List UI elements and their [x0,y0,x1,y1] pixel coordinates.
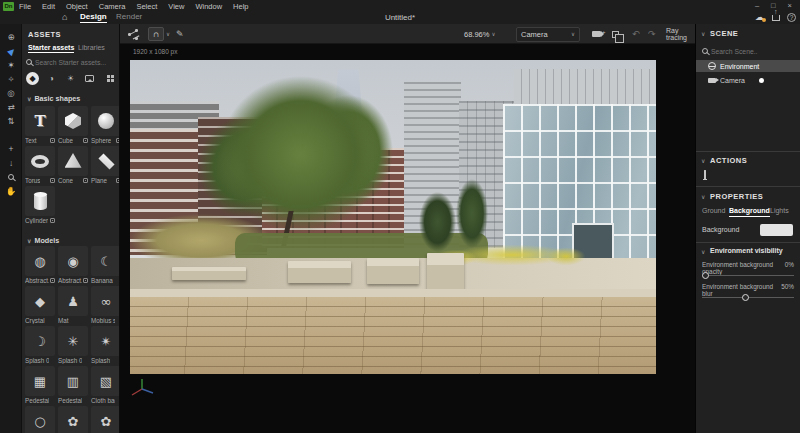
undo-button[interactable]: ↶ [632,27,640,41]
down-tool[interactable]: ↓ [0,156,22,169]
slider-track[interactable] [702,275,794,276]
grid-view-icon[interactable] [104,72,117,85]
tab-design[interactable]: Design [80,12,107,23]
menu-select[interactable]: Select [136,2,157,11]
menu-view[interactable]: View [168,2,184,11]
cloud-sync-button[interactable]: ☁ [755,12,764,22]
sample-tool[interactable]: ✧ [0,72,22,85]
zoom-tool[interactable] [0,170,22,183]
asset-tile-splash[interactable]: ✴ Splash [91,326,120,365]
tab-background[interactable]: Background [729,207,770,217]
canvas-3d-scene[interactable] [130,60,656,374]
env-bg-blur-slider[interactable] [702,293,794,301]
asset-tile-text[interactable]: T Text [25,106,55,145]
magic-wand-tool[interactable]: ✶ [0,58,22,71]
menu-file[interactable]: File [19,2,31,11]
node-link-icon[interactable] [128,27,138,41]
help-icon[interactable]: ? [787,13,796,22]
set-environment-action[interactable] [704,171,706,180]
asset-tile-sphere[interactable]: Sphere [91,106,120,145]
add-camera-bookmark-button[interactable]: + [592,27,606,41]
pan-camera-tool[interactable]: ⇄ [0,100,22,113]
tile-label: Sphere [91,137,111,144]
section-basic-shapes[interactable]: ∨Basic shapes [27,94,80,103]
asset-tile-cube[interactable]: Cube [58,106,88,145]
tab-ground[interactable]: Ground [702,207,725,216]
menu-camera[interactable]: Camera [99,2,126,11]
chevron-down-icon[interactable]: ∨ [701,248,705,255]
asset-tile-splash06[interactable]: ☽ Splash 06 [25,326,55,365]
select-tool[interactable]: ▶ [0,44,22,57]
hand-tool[interactable]: ✋ [0,184,22,197]
section-models[interactable]: ∨Models [27,236,59,245]
photo-bench [288,261,351,283]
asset-tile-plane[interactable]: Plane [91,146,120,185]
hand-icon: ✋ [6,186,17,196]
assets-search-input[interactable] [35,59,107,66]
asset-tile-cone[interactable]: Cone [58,146,88,185]
asset-tile-pedestal[interactable]: ▥ Pedestal a... [58,366,88,405]
asset-tile-cloth[interactable]: ▧ Cloth back... [91,366,120,405]
images-filter-icon[interactable] [83,72,96,85]
home-icon[interactable]: ⌂ [62,12,67,22]
scene-item-environment[interactable]: Environment [696,60,800,72]
tab-lights[interactable]: Lights [770,207,789,216]
asset-tile-torus[interactable]: Torus [25,146,55,185]
asset-tile-banana[interactable]: ☾ Banana [91,246,120,285]
asset-tile-splash08[interactable]: ✳ Splash 08 [58,326,88,365]
chevron-down-icon[interactable]: ∨ [701,157,705,164]
add-content-tool[interactable]: ⊕ [0,30,22,43]
chevron-down-icon: ∨ [27,238,31,244]
chevron-down-icon[interactable]: ∨ [701,30,705,37]
crystal-model-icon: ◆ [25,286,55,316]
dolly-camera-tool[interactable]: ⇅ [0,114,22,127]
tab-starter-assets[interactable]: Starter assets [28,44,74,53]
asset-tile-vase[interactable]: ○ [25,406,55,433]
asset-tile-crystal[interactable]: ◆ Crystal [25,286,55,325]
asset-tile-mat[interactable]: ♟ Mat [58,286,88,325]
snap-tool[interactable]: ∩∨ [148,27,170,41]
tab-render[interactable]: Render [116,12,142,22]
models-filter-icon[interactable]: ◆ [26,72,39,85]
dolly-arrows-icon: ⇅ [7,116,14,126]
slider-knob[interactable] [742,294,749,301]
asset-tile-mobius[interactable]: ∞ Mobius strip [91,286,120,325]
minimize-icon[interactable]: – [755,1,759,10]
environment-icon [708,62,716,70]
search-icon [702,48,708,54]
zoom-level-dropdown[interactable]: 68.96%∨ [464,27,495,41]
menu-edit[interactable]: Edit [42,2,55,11]
move-tool[interactable]: + [0,142,22,155]
slider-knob[interactable] [702,272,709,279]
view-dropdown[interactable]: Camera∨ [516,27,580,41]
chevron-down-icon: ∨ [27,96,31,102]
scene-item-camera[interactable]: Camera [696,74,800,86]
starter-badge-icon [50,178,55,183]
tab-libraries[interactable]: Libraries [78,44,105,52]
background-color-swatch[interactable] [760,224,793,236]
scene-panel: ∨ SCENE Environment Camera ∨ ACTIONS ∨ P… [695,24,800,433]
divider [696,151,800,152]
asset-tile-abstract[interactable]: ◍ Abstract... [25,246,55,285]
menu-object[interactable]: Object [66,2,88,11]
lights-filter-icon[interactable]: ☀ [64,72,77,85]
asset-tile-pedestal[interactable]: ▦ Pedestal a... [25,366,55,405]
chevron-down-icon[interactable]: ∨ [701,193,705,200]
edit-tool[interactable]: ✎ [176,27,184,41]
asset-tile-cylinder[interactable]: Cylinder [25,186,55,225]
asset-tile-abstract[interactable]: ◉ Abstract... [58,246,88,285]
close-icon[interactable]: × [788,1,792,10]
visibility-dot-icon[interactable] [759,78,764,83]
app-bar: ⌂ Design Render Untitled* ☁ ? [0,12,800,24]
orbit-camera-tool[interactable]: ◎ [0,86,22,99]
materials-filter-icon[interactable]: ◑ [45,72,58,85]
scene-search-input[interactable] [711,48,789,55]
env-bg-opacity-slider[interactable] [702,271,794,279]
redo-button[interactable]: ↷ [648,27,656,41]
asset-tile-flower[interactable]: ✿ [58,406,88,433]
menu-help[interactable]: Help [233,2,248,11]
asset-tile-plant[interactable]: ✿ [91,406,120,433]
duplicate-view-button[interactable] [612,27,619,41]
menu-window[interactable]: Window [195,2,222,11]
share-icon[interactable] [772,15,780,21]
